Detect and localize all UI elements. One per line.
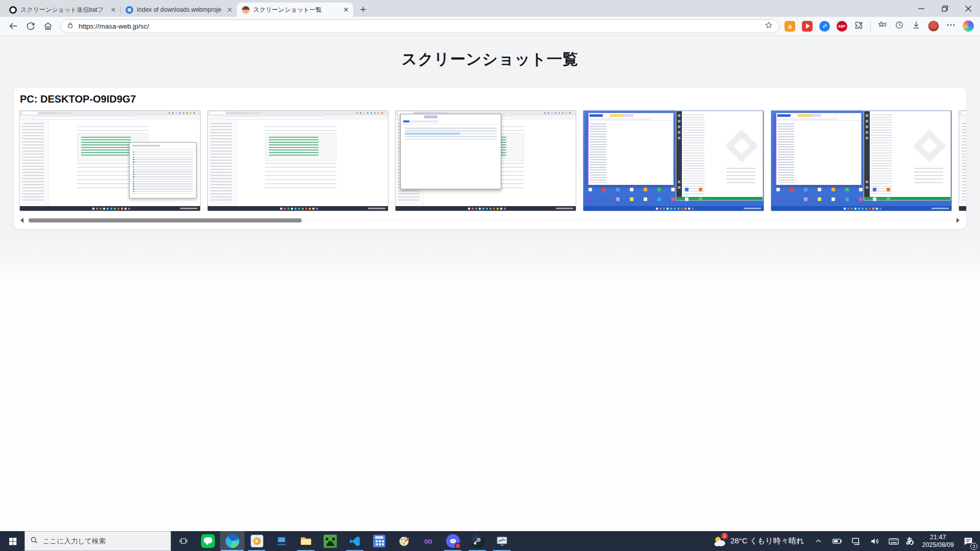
search-icon	[30, 536, 38, 546]
visual-studio-icon: ∞	[424, 535, 432, 547]
tab-close-icon[interactable]	[109, 6, 117, 14]
paint-icon	[398, 535, 410, 547]
scrollbar-track[interactable]	[27, 218, 953, 222]
address-bar[interactable]: https://masa-web.jp/sc/	[60, 19, 779, 33]
screenshot-thumbnail-6[interactable]	[959, 110, 966, 211]
browser-toolbar: https://masa-web.jp/sc/ a ABP	[0, 17, 980, 36]
clock-time: 21:47	[922, 534, 954, 541]
weather-text: 28°C くもり時々晴れ	[730, 536, 804, 546]
start-button[interactable]	[0, 531, 24, 551]
taskbar-app-media-player[interactable]	[244, 531, 269, 551]
tab-chatgpt-bat[interactable]: スクリーンショット送信batファイル	[4, 3, 120, 17]
hidden-icons-chevron[interactable]	[812, 535, 825, 548]
adblock-youtube-icon[interactable]	[802, 21, 813, 32]
scrollbar-thumb[interactable]	[29, 218, 302, 222]
edge-icon	[226, 534, 239, 548]
window-controls	[910, 0, 980, 17]
tab-title: スクリーンショット一覧	[253, 6, 338, 14]
shazam-icon[interactable]	[819, 21, 830, 32]
downloads-icon[interactable]	[911, 20, 921, 32]
action-center-icon[interactable]: 3	[962, 535, 975, 548]
favorites-hub-icon[interactable]	[877, 20, 888, 32]
taskbar-app-minecraft[interactable]	[318, 531, 342, 551]
screenshot-strip-viewport	[19, 110, 966, 211]
horizontal-scrollbar	[19, 218, 961, 223]
taskbar-app-edge[interactable]	[220, 531, 244, 551]
taskbar-app-paint[interactable]	[391, 531, 416, 551]
file-explorer-icon	[300, 535, 312, 547]
favorite-star-icon[interactable]	[764, 20, 773, 32]
tab-close-icon[interactable]	[341, 6, 350, 14]
screenshot-thumbnail-3[interactable]	[395, 110, 576, 211]
new-tab-button[interactable]	[356, 3, 370, 16]
back-button[interactable]	[5, 18, 21, 34]
touch-keyboard-icon[interactable]	[887, 535, 900, 548]
page-content: スクリーンショット一覧 PC: DESKTOP-O9ID9G7	[0, 36, 980, 531]
vscode-icon	[349, 535, 361, 547]
clock-date: 2025/08/09	[922, 541, 954, 549]
extensions-puzzle-icon[interactable]	[854, 20, 864, 32]
tab-title: Index of downloads.webmproject	[137, 6, 222, 13]
taskbar-app-task-manager[interactable]	[489, 531, 514, 551]
settings-menu-icon[interactable]	[946, 20, 956, 32]
close-button[interactable]	[957, 0, 980, 17]
taskbar-app-visual-studio[interactable]: ∞	[416, 531, 440, 551]
scroll-right-button[interactable]	[955, 218, 961, 223]
network-icon[interactable]	[849, 535, 863, 548]
left-arrow-icon	[20, 218, 23, 223]
amazon-assistant-icon[interactable]: a	[785, 21, 795, 32]
volume-icon[interactable]	[868, 535, 881, 548]
history-icon[interactable]	[894, 20, 904, 32]
taskbar-app-remote-desktop[interactable]	[269, 531, 293, 551]
pc-section-card: PC: DESKTOP-O9ID9G7	[14, 88, 966, 229]
screenshot-thumbnail-1[interactable]	[19, 110, 201, 211]
notification-badge: 3	[970, 543, 977, 550]
minecraft-icon	[324, 535, 337, 548]
media-player-icon	[251, 535, 263, 547]
tab-index-downloads[interactable]: Index of downloads.webmproject	[120, 3, 237, 17]
remote-pc-icon	[275, 535, 288, 547]
minimize-button[interactable]	[910, 0, 933, 17]
restore-button[interactable]	[933, 0, 957, 17]
pc-heading: PC: DESKTOP-O9ID9G7	[20, 93, 966, 105]
taskbar-app-discord[interactable]	[440, 531, 465, 551]
search-input[interactable]	[43, 537, 155, 545]
weather-widget[interactable]: 1 28°C くもり時々晴れ	[711, 535, 806, 548]
tab-bar: スクリーンショット送信batファイル Index of downloads.we…	[0, 0, 980, 17]
screenshot-thumbnail-5[interactable]	[771, 110, 952, 211]
lock-icon[interactable]	[66, 21, 74, 31]
screenshot-strip	[19, 110, 966, 211]
taskbar-app-steam[interactable]	[465, 531, 489, 551]
weather-badge: 1	[721, 533, 728, 539]
taskbar-clock[interactable]: 21:47 2025/08/09	[920, 534, 956, 549]
taskbar-search[interactable]	[24, 531, 171, 551]
toolbar-divider	[870, 21, 871, 31]
task-manager-icon	[496, 535, 508, 547]
task-view-button[interactable]	[171, 531, 195, 551]
refresh-button[interactable]	[22, 18, 39, 34]
extensions-row: a ABP	[785, 20, 975, 32]
taskbar-app-line[interactable]	[195, 531, 220, 551]
avatar-icon	[242, 6, 250, 14]
discord-icon	[446, 534, 460, 548]
scroll-left-button[interactable]	[19, 218, 24, 223]
tab-close-icon[interactable]	[225, 6, 234, 14]
chatgpt-icon	[9, 6, 17, 14]
steam-icon	[471, 534, 484, 548]
adblock-plus-icon[interactable]: ABP	[837, 21, 847, 32]
profile-avatar[interactable]	[928, 20, 939, 32]
taskbar-app-vscode[interactable]	[342, 531, 367, 551]
ime-indicator[interactable]: あ	[906, 536, 914, 546]
screenshot-thumbnail-2[interactable]	[207, 110, 388, 211]
windows-taskbar: ∞ 1 28°C くもり時々晴れ	[0, 531, 980, 551]
home-button[interactable]	[40, 18, 56, 34]
system-tray: 1 28°C くもり時々晴れ あ 21:47 2025/08/09 3	[711, 531, 980, 551]
battery-icon[interactable]	[830, 535, 844, 548]
tab-screenshot-list[interactable]: スクリーンショット一覧	[237, 3, 353, 17]
taskbar-app-calculator[interactable]	[367, 531, 391, 551]
taskbar-app-file-explorer[interactable]	[293, 531, 318, 551]
copilot-icon[interactable]	[963, 20, 974, 32]
screenshot-thumbnail-4[interactable]	[583, 110, 764, 211]
weather-icon: 1	[713, 535, 726, 548]
url-text[interactable]: https://masa-web.jp/sc/	[79, 22, 760, 30]
